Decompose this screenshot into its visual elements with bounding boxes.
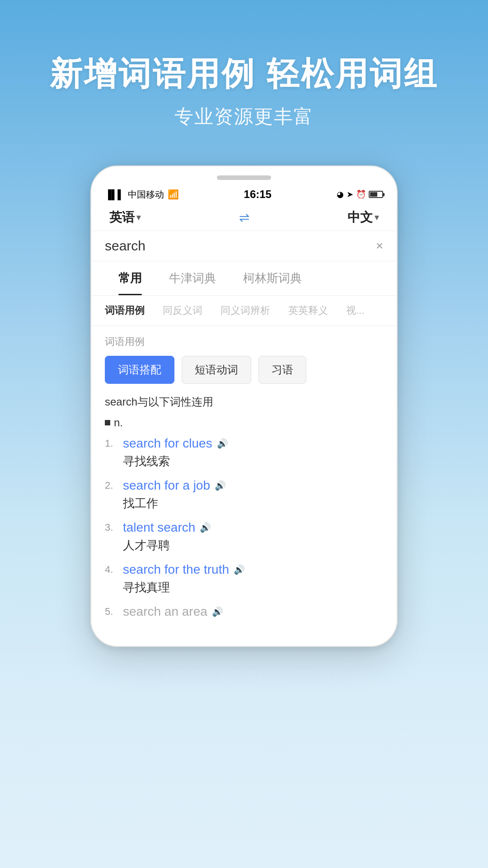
source-lang-label: 英语 bbox=[109, 209, 135, 226]
entry-phrase-4[interactable]: search for the truth bbox=[123, 562, 229, 577]
tab-bar: 常用 牛津词典 柯林斯词典 bbox=[91, 261, 397, 296]
filter-collocations[interactable]: 词语搭配 bbox=[105, 356, 174, 384]
entry-translation-4: 寻找真理 bbox=[123, 580, 383, 595]
target-lang-selector[interactable]: 中文 ▾ bbox=[347, 209, 379, 226]
word-entries-list: 1. search for clues 🔊 寻找线索 2. search for… bbox=[105, 436, 383, 628]
filter-buttons: 词语搭配 短语动词 习语 bbox=[105, 356, 383, 384]
search-context-text: search与以下词性连用 bbox=[105, 395, 383, 409]
entry-num-4: 4. bbox=[105, 564, 118, 576]
wifi-icon: 📶 bbox=[168, 189, 179, 200]
phone-bottom bbox=[91, 637, 397, 646]
search-clear-button[interactable]: × bbox=[376, 239, 383, 253]
filter-phrasal-verbs[interactable]: 短语动词 bbox=[182, 356, 251, 384]
pos-label: n. bbox=[105, 416, 383, 429]
entry-translation-1: 寻找线索 bbox=[123, 453, 383, 469]
filter-idioms[interactable]: 习语 bbox=[258, 356, 306, 384]
audio-icon-1[interactable]: 🔊 bbox=[217, 438, 228, 449]
subnav-synonyms[interactable]: 同反义词 bbox=[158, 300, 207, 321]
entry-translation-3: 人才寻聘 bbox=[123, 538, 383, 553]
entry-phrase-5[interactable]: search an area bbox=[123, 604, 207, 619]
source-lang-arrow: ▾ bbox=[136, 212, 141, 222]
entry-translation-2: 找工作 bbox=[123, 495, 383, 511]
swap-languages-button[interactable]: ⇌ bbox=[239, 210, 249, 225]
pos-text: n. bbox=[114, 416, 123, 429]
target-lang-label: 中文 bbox=[347, 209, 373, 226]
word-entry-3: 3. talent search 🔊 人才寻聘 bbox=[105, 520, 383, 553]
subnav-video[interactable]: 视... bbox=[342, 300, 369, 321]
tab-oxford[interactable]: 牛津词典 bbox=[155, 261, 230, 295]
app-bar: 英语 ▾ ⇌ 中文 ▾ bbox=[91, 204, 397, 231]
phone-top-bar bbox=[91, 171, 397, 184]
target-lang-arrow: ▾ bbox=[375, 212, 379, 222]
at-icon: ◕ bbox=[337, 189, 344, 199]
hero-subtitle: 专业资源更丰富 bbox=[27, 104, 461, 129]
word-entry-5: 5. search an area 🔊 bbox=[105, 604, 383, 619]
subnav-word-examples[interactable]: 词语用例 bbox=[100, 300, 149, 321]
entry-num-2: 2. bbox=[105, 480, 118, 491]
audio-icon-2[interactable]: 🔊 bbox=[215, 480, 226, 491]
tab-common[interactable]: 常用 bbox=[105, 261, 155, 295]
signal-icon: ▐▌▌ bbox=[105, 189, 124, 200]
hero-header: 新增词语用例 轻松用词组 专业资源更丰富 bbox=[0, 0, 488, 156]
entry-phrase-1[interactable]: search for clues bbox=[123, 436, 212, 451]
word-entry-2: 2. search for a job 🔊 找工作 bbox=[105, 478, 383, 511]
status-time: 16:15 bbox=[179, 188, 337, 201]
phone-notch bbox=[217, 175, 271, 180]
audio-icon-4[interactable]: 🔊 bbox=[234, 564, 245, 575]
entry-phrase-2[interactable]: search for a job bbox=[123, 478, 210, 493]
alarm-icon: ⏰ bbox=[356, 189, 366, 199]
section-title: 词语用例 bbox=[105, 335, 383, 349]
search-input[interactable]: search bbox=[105, 238, 371, 254]
status-bar: ▐▌▌ 中国移动 📶 16:15 ◕ ➤ ⏰ bbox=[91, 184, 397, 204]
source-lang-selector[interactable]: 英语 ▾ bbox=[109, 209, 141, 226]
tab-collins[interactable]: 柯林斯词典 bbox=[230, 261, 315, 295]
pos-square-icon bbox=[105, 420, 110, 425]
carrier-name: 中国移动 bbox=[128, 189, 164, 201]
status-left: ▐▌▌ 中国移动 📶 bbox=[105, 189, 179, 201]
battery-icon bbox=[369, 191, 383, 198]
entry-num-1: 1. bbox=[105, 438, 118, 449]
status-right: ◕ ➤ ⏰ bbox=[337, 189, 383, 199]
word-entry-4: 4. search for the truth 🔊 寻找真理 bbox=[105, 562, 383, 595]
subnav-synonym-analysis[interactable]: 同义词辨析 bbox=[216, 300, 275, 321]
subnav-english-def[interactable]: 英英释义 bbox=[284, 300, 333, 321]
location-icon: ➤ bbox=[347, 189, 353, 199]
audio-icon-5[interactable]: 🔊 bbox=[212, 606, 223, 617]
hero-title: 新增词语用例 轻松用词组 bbox=[27, 54, 461, 93]
sub-nav: 词语用例 同反义词 同义词辨析 英英释义 视... bbox=[91, 296, 397, 326]
entry-phrase-3[interactable]: talent search bbox=[123, 520, 195, 535]
entry-num-5: 5. bbox=[105, 606, 118, 618]
word-entry-1: 1. search for clues 🔊 寻找线索 bbox=[105, 436, 383, 469]
phone-mockup: ▐▌▌ 中国移动 📶 16:15 ◕ ➤ ⏰ 英语 ▾ ⇌ bbox=[0, 156, 488, 656]
content-area: 词语用例 词语搭配 短语动词 习语 search与以下词性连用 n. bbox=[91, 326, 397, 637]
phone-frame: ▐▌▌ 中国移动 📶 16:15 ◕ ➤ ⏰ 英语 ▾ ⇌ bbox=[90, 165, 398, 647]
audio-icon-3[interactable]: 🔊 bbox=[200, 522, 211, 533]
search-bar[interactable]: search × bbox=[91, 231, 397, 261]
entry-num-3: 3. bbox=[105, 522, 118, 533]
